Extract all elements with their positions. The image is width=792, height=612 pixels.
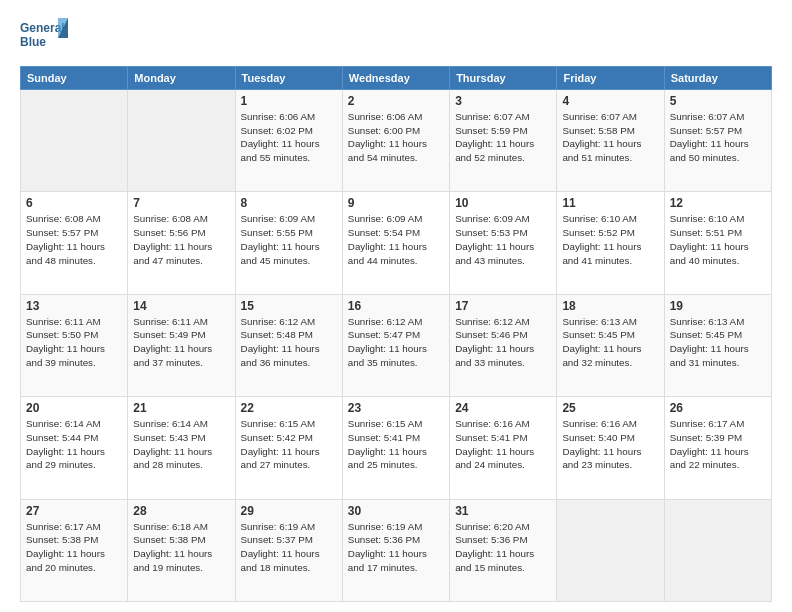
day-info: Sunrise: 6:07 AMSunset: 5:58 PMDaylight:… xyxy=(562,110,658,165)
logo: General Blue xyxy=(20,16,70,58)
day-info: Sunrise: 6:14 AMSunset: 5:43 PMDaylight:… xyxy=(133,417,229,472)
day-info: Sunrise: 6:07 AMSunset: 5:57 PMDaylight:… xyxy=(670,110,766,165)
day-cell: 7Sunrise: 6:08 AMSunset: 5:56 PMDaylight… xyxy=(128,192,235,294)
day-info: Sunrise: 6:14 AMSunset: 5:44 PMDaylight:… xyxy=(26,417,122,472)
day-number: 6 xyxy=(26,196,122,210)
day-cell xyxy=(557,499,664,601)
day-number: 24 xyxy=(455,401,551,415)
day-info: Sunrise: 6:17 AMSunset: 5:39 PMDaylight:… xyxy=(670,417,766,472)
day-info: Sunrise: 6:06 AMSunset: 6:02 PMDaylight:… xyxy=(241,110,337,165)
day-info: Sunrise: 6:13 AMSunset: 5:45 PMDaylight:… xyxy=(562,315,658,370)
day-cell: 22Sunrise: 6:15 AMSunset: 5:42 PMDayligh… xyxy=(235,397,342,499)
day-number: 2 xyxy=(348,94,444,108)
day-info: Sunrise: 6:12 AMSunset: 5:48 PMDaylight:… xyxy=(241,315,337,370)
day-number: 18 xyxy=(562,299,658,313)
day-info: Sunrise: 6:16 AMSunset: 5:40 PMDaylight:… xyxy=(562,417,658,472)
day-number: 26 xyxy=(670,401,766,415)
day-number: 19 xyxy=(670,299,766,313)
day-cell: 8Sunrise: 6:09 AMSunset: 5:55 PMDaylight… xyxy=(235,192,342,294)
day-number: 9 xyxy=(348,196,444,210)
day-cell: 24Sunrise: 6:16 AMSunset: 5:41 PMDayligh… xyxy=(450,397,557,499)
day-info: Sunrise: 6:11 AMSunset: 5:49 PMDaylight:… xyxy=(133,315,229,370)
day-cell: 13Sunrise: 6:11 AMSunset: 5:50 PMDayligh… xyxy=(21,294,128,396)
day-number: 16 xyxy=(348,299,444,313)
day-info: Sunrise: 6:10 AMSunset: 5:52 PMDaylight:… xyxy=(562,212,658,267)
day-number: 29 xyxy=(241,504,337,518)
day-number: 27 xyxy=(26,504,122,518)
day-number: 14 xyxy=(133,299,229,313)
day-cell: 19Sunrise: 6:13 AMSunset: 5:45 PMDayligh… xyxy=(664,294,771,396)
weekday-header-saturday: Saturday xyxy=(664,67,771,90)
week-row-5: 27Sunrise: 6:17 AMSunset: 5:38 PMDayligh… xyxy=(21,499,772,601)
day-info: Sunrise: 6:06 AMSunset: 6:00 PMDaylight:… xyxy=(348,110,444,165)
day-cell: 20Sunrise: 6:14 AMSunset: 5:44 PMDayligh… xyxy=(21,397,128,499)
day-cell: 4Sunrise: 6:07 AMSunset: 5:58 PMDaylight… xyxy=(557,90,664,192)
day-info: Sunrise: 6:15 AMSunset: 5:41 PMDaylight:… xyxy=(348,417,444,472)
day-info: Sunrise: 6:08 AMSunset: 5:56 PMDaylight:… xyxy=(133,212,229,267)
day-cell: 27Sunrise: 6:17 AMSunset: 5:38 PMDayligh… xyxy=(21,499,128,601)
day-cell: 28Sunrise: 6:18 AMSunset: 5:38 PMDayligh… xyxy=(128,499,235,601)
day-cell xyxy=(128,90,235,192)
day-info: Sunrise: 6:08 AMSunset: 5:57 PMDaylight:… xyxy=(26,212,122,267)
week-row-4: 20Sunrise: 6:14 AMSunset: 5:44 PMDayligh… xyxy=(21,397,772,499)
day-number: 5 xyxy=(670,94,766,108)
day-number: 7 xyxy=(133,196,229,210)
day-cell: 5Sunrise: 6:07 AMSunset: 5:57 PMDaylight… xyxy=(664,90,771,192)
weekday-header-sunday: Sunday xyxy=(21,67,128,90)
day-number: 23 xyxy=(348,401,444,415)
calendar-table: SundayMondayTuesdayWednesdayThursdayFrid… xyxy=(20,66,772,602)
day-info: Sunrise: 6:12 AMSunset: 5:47 PMDaylight:… xyxy=(348,315,444,370)
day-number: 1 xyxy=(241,94,337,108)
day-cell: 25Sunrise: 6:16 AMSunset: 5:40 PMDayligh… xyxy=(557,397,664,499)
day-info: Sunrise: 6:19 AMSunset: 5:37 PMDaylight:… xyxy=(241,520,337,575)
week-row-1: 1Sunrise: 6:06 AMSunset: 6:02 PMDaylight… xyxy=(21,90,772,192)
day-cell: 23Sunrise: 6:15 AMSunset: 5:41 PMDayligh… xyxy=(342,397,449,499)
day-info: Sunrise: 6:13 AMSunset: 5:45 PMDaylight:… xyxy=(670,315,766,370)
day-cell: 6Sunrise: 6:08 AMSunset: 5:57 PMDaylight… xyxy=(21,192,128,294)
day-number: 10 xyxy=(455,196,551,210)
week-row-3: 13Sunrise: 6:11 AMSunset: 5:50 PMDayligh… xyxy=(21,294,772,396)
weekday-header-friday: Friday xyxy=(557,67,664,90)
day-cell: 10Sunrise: 6:09 AMSunset: 5:53 PMDayligh… xyxy=(450,192,557,294)
day-number: 30 xyxy=(348,504,444,518)
day-number: 11 xyxy=(562,196,658,210)
day-number: 17 xyxy=(455,299,551,313)
day-number: 22 xyxy=(241,401,337,415)
day-cell: 9Sunrise: 6:09 AMSunset: 5:54 PMDaylight… xyxy=(342,192,449,294)
day-cell: 1Sunrise: 6:06 AMSunset: 6:02 PMDaylight… xyxy=(235,90,342,192)
day-cell: 15Sunrise: 6:12 AMSunset: 5:48 PMDayligh… xyxy=(235,294,342,396)
day-info: Sunrise: 6:11 AMSunset: 5:50 PMDaylight:… xyxy=(26,315,122,370)
day-cell: 29Sunrise: 6:19 AMSunset: 5:37 PMDayligh… xyxy=(235,499,342,601)
day-info: Sunrise: 6:10 AMSunset: 5:51 PMDaylight:… xyxy=(670,212,766,267)
day-cell: 2Sunrise: 6:06 AMSunset: 6:00 PMDaylight… xyxy=(342,90,449,192)
day-info: Sunrise: 6:16 AMSunset: 5:41 PMDaylight:… xyxy=(455,417,551,472)
svg-text:General: General xyxy=(20,21,65,35)
week-row-2: 6Sunrise: 6:08 AMSunset: 5:57 PMDaylight… xyxy=(21,192,772,294)
day-info: Sunrise: 6:07 AMSunset: 5:59 PMDaylight:… xyxy=(455,110,551,165)
day-info: Sunrise: 6:15 AMSunset: 5:42 PMDaylight:… xyxy=(241,417,337,472)
day-info: Sunrise: 6:09 AMSunset: 5:53 PMDaylight:… xyxy=(455,212,551,267)
day-number: 8 xyxy=(241,196,337,210)
day-info: Sunrise: 6:20 AMSunset: 5:36 PMDaylight:… xyxy=(455,520,551,575)
day-info: Sunrise: 6:12 AMSunset: 5:46 PMDaylight:… xyxy=(455,315,551,370)
day-info: Sunrise: 6:19 AMSunset: 5:36 PMDaylight:… xyxy=(348,520,444,575)
day-number: 13 xyxy=(26,299,122,313)
day-cell: 3Sunrise: 6:07 AMSunset: 5:59 PMDaylight… xyxy=(450,90,557,192)
day-cell: 14Sunrise: 6:11 AMSunset: 5:49 PMDayligh… xyxy=(128,294,235,396)
day-info: Sunrise: 6:17 AMSunset: 5:38 PMDaylight:… xyxy=(26,520,122,575)
day-cell: 21Sunrise: 6:14 AMSunset: 5:43 PMDayligh… xyxy=(128,397,235,499)
day-number: 28 xyxy=(133,504,229,518)
day-number: 15 xyxy=(241,299,337,313)
day-cell: 26Sunrise: 6:17 AMSunset: 5:39 PMDayligh… xyxy=(664,397,771,499)
day-number: 31 xyxy=(455,504,551,518)
weekday-header-tuesday: Tuesday xyxy=(235,67,342,90)
day-cell: 30Sunrise: 6:19 AMSunset: 5:36 PMDayligh… xyxy=(342,499,449,601)
day-info: Sunrise: 6:09 AMSunset: 5:54 PMDaylight:… xyxy=(348,212,444,267)
day-number: 20 xyxy=(26,401,122,415)
day-cell: 31Sunrise: 6:20 AMSunset: 5:36 PMDayligh… xyxy=(450,499,557,601)
day-cell xyxy=(664,499,771,601)
day-number: 21 xyxy=(133,401,229,415)
weekday-header-row: SundayMondayTuesdayWednesdayThursdayFrid… xyxy=(21,67,772,90)
day-cell: 11Sunrise: 6:10 AMSunset: 5:52 PMDayligh… xyxy=(557,192,664,294)
day-cell: 12Sunrise: 6:10 AMSunset: 5:51 PMDayligh… xyxy=(664,192,771,294)
